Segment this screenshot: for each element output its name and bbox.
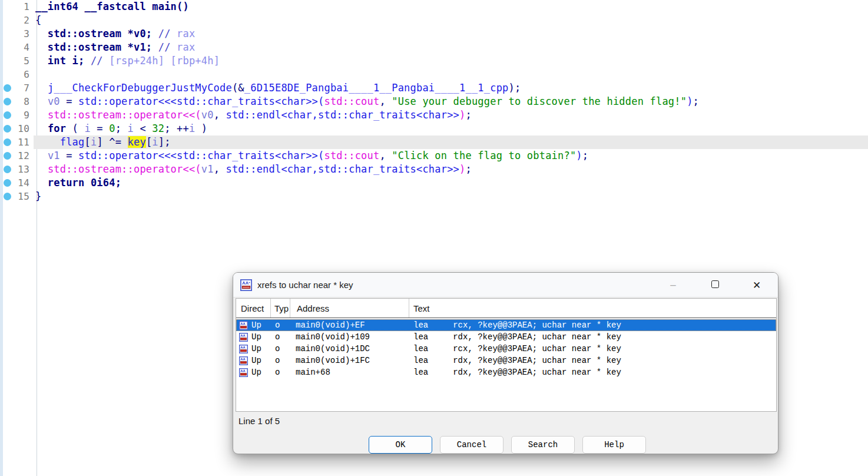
breakpoint-dot-icon[interactable] [4, 138, 11, 146]
line-number: 14 [15, 176, 34, 190]
breakpoint-dot-icon[interactable] [4, 111, 11, 119]
line-number: 12 [15, 149, 34, 163]
code-line[interactable]: 8 v0 = std::operator<<<std::char_traits<… [0, 95, 868, 108]
xref-text: lea rdx, ?key@@3PAEA; uchar near * key [409, 368, 776, 377]
button-row: OKCancelSearchHelp [233, 436, 778, 454]
code-text: } [34, 190, 868, 203]
code-text: v1 = std::operator<<<std::char_traits<ch… [34, 149, 868, 163]
xref-text: lea rdx, ?key@@3PAEA; uchar near * key [409, 332, 776, 342]
ok-button[interactable]: OK [369, 436, 432, 454]
code-line[interactable]: 9 std::ostream::operator<<(v0, std::endl… [0, 108, 868, 122]
code-text: __int64 __fastcall main() [34, 0, 868, 14]
line-number: 8 [15, 95, 34, 108]
code-line[interactable]: 7 j___CheckForDebuggerJustMyCode(&_6D15E… [0, 81, 868, 95]
line-number: 9 [15, 108, 34, 122]
line-number: 4 [15, 41, 34, 54]
xref-type: o [271, 356, 290, 365]
line-number: 6 [15, 68, 34, 81]
dialog-title: xrefs to uchar near * key [257, 280, 353, 290]
xrefs-dialog: xrefs to uchar near * key – ✕ Direct Typ… [233, 272, 778, 454]
dialog-titlebar[interactable]: xrefs to uchar near * key – ✕ [233, 273, 778, 298]
breakpoint-dot-icon[interactable] [4, 125, 11, 133]
xref-icon [239, 356, 248, 365]
gutter-dot-cell [0, 163, 15, 176]
code-line[interactable]: 13 std::ostream::operator<<(v1, std::end… [0, 163, 868, 176]
code-text [34, 68, 868, 81]
xref-row[interactable]: Upomain0(void)+1FClea rdx, ?key@@3PAEA; … [236, 355, 776, 366]
column-header-address[interactable]: Address [290, 299, 409, 318]
xref-direction-cell: Up [236, 356, 271, 365]
xref-row[interactable]: Upomain0(void)+EFlea rcx, ?key@@3PAEA; u… [236, 319, 776, 331]
xref-address: main+68 [290, 368, 409, 377]
code-text: int i; // [rsp+24h] [rbp+4h] [34, 54, 868, 68]
xref-icon [239, 333, 248, 342]
code-text: flag[i] ^= key[i]; [34, 135, 868, 149]
code-line[interactable]: 5 int i; // [rsp+24h] [rbp+4h] [0, 54, 868, 68]
xref-direction-cell: Up [236, 320, 271, 330]
breakpoint-dot-icon[interactable] [4, 166, 11, 173]
xref-icon [239, 345, 248, 353]
table-header-row: Direct Typ Address Text [236, 299, 776, 318]
xref-row[interactable]: Upomain+68lea rdx, ?key@@3PAEA; uchar ne… [236, 366, 776, 378]
xref-direction: Up [251, 320, 261, 330]
line-number: 2 [15, 14, 34, 27]
line-number: 7 [15, 81, 34, 95]
line-number: 11 [15, 135, 34, 149]
breakpoint-dot-icon[interactable] [4, 179, 11, 187]
xrefs-list: Direct Typ Address Text Upomain0(void)+E… [236, 298, 777, 412]
xref-direction-cell: Up [236, 344, 271, 353]
gutter-dot-cell [0, 54, 15, 68]
line-number: 10 [15, 122, 34, 135]
xref-icon [239, 368, 248, 377]
minimize-icon[interactable]: – [660, 279, 686, 291]
code-line[interactable]: 12 v1 = std::operator<<<std::char_traits… [0, 149, 868, 163]
help-button[interactable]: Help [582, 436, 646, 454]
breakpoint-dot-icon[interactable] [4, 152, 11, 160]
code-text: std::ostream::operator<<(v0, std::endl<c… [34, 108, 868, 122]
code-area[interactable]: 1__int64 __fastcall main()2{3 std::ostre… [0, 0, 868, 203]
xref-icon [240, 279, 252, 291]
code-text: v0 = std::operator<<<std::char_traits<ch… [34, 95, 868, 108]
code-line[interactable]: 2{ [0, 14, 868, 27]
line-number: 5 [15, 54, 34, 68]
code-text: j___CheckForDebuggerJustMyCode(&_6D15E8D… [34, 81, 868, 95]
gutter-dot-cell [0, 95, 15, 108]
code-line[interactable]: 4 std::ostream *v1; // rax [0, 41, 868, 54]
code-line[interactable]: 11 flag[i] ^= key[i]; [0, 135, 868, 149]
xref-direction-cell: Up [236, 332, 271, 342]
code-line[interactable]: 3 std::ostream *v0; // rax [0, 27, 868, 41]
code-line[interactable]: 15} [0, 190, 868, 203]
maximize-icon[interactable] [702, 280, 728, 290]
xref-direction: Up [251, 332, 261, 342]
xref-address: main0(void)+EF [290, 320, 409, 330]
code-line[interactable]: 10 for ( i = 0; i < 32; ++i ) [0, 122, 868, 135]
gutter-dot-cell [0, 108, 15, 122]
xref-address: main0(void)+1DC [290, 344, 409, 353]
gutter-dot-cell [0, 81, 15, 95]
breakpoint-dot-icon[interactable] [4, 98, 11, 105]
column-header-direction[interactable]: Direct [236, 299, 271, 318]
cancel-button[interactable]: Cancel [440, 436, 503, 454]
column-header-text[interactable]: Text [409, 299, 776, 318]
column-header-type[interactable]: Typ [271, 299, 290, 318]
search-button[interactable]: Search [511, 436, 575, 454]
gutter-dot-cell [0, 68, 15, 81]
xref-row[interactable]: Upomain0(void)+1DClea rcx, ?key@@3PAEA; … [236, 343, 776, 355]
line-number: 15 [15, 190, 34, 203]
code-line[interactable]: 6 [0, 68, 868, 81]
code-line[interactable]: 1__int64 __fastcall main() [0, 0, 868, 14]
line-number: 1 [15, 0, 34, 14]
code-text: { [34, 14, 868, 27]
xref-direction: Up [251, 356, 261, 365]
xref-direction: Up [251, 344, 261, 353]
close-icon[interactable]: ✕ [744, 279, 770, 292]
xref-type: o [271, 320, 290, 330]
code-text: for ( i = 0; i < 32; ++i ) [34, 122, 868, 135]
xref-row[interactable]: Upomain0(void)+109lea rdx, ?key@@3PAEA; … [236, 331, 776, 343]
xref-direction: Up [251, 368, 261, 377]
status-line: Line 1 of 5 [238, 414, 280, 428]
breakpoint-dot-icon[interactable] [4, 193, 11, 200]
code-line[interactable]: 14 return 0i64; [0, 176, 868, 190]
line-number: 13 [15, 163, 34, 176]
breakpoint-dot-icon[interactable] [4, 84, 11, 92]
